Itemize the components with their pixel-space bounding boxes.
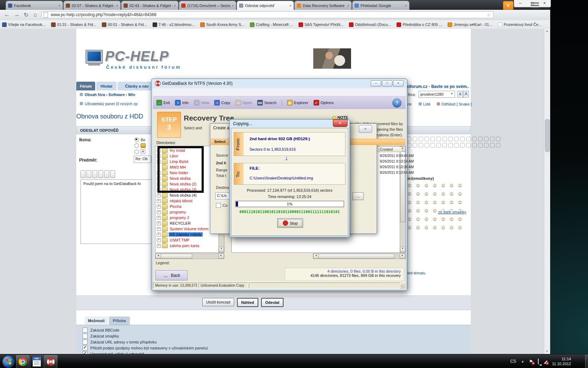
bookmark-item[interactable]: SAS Tajemství Přežit... — [299, 22, 344, 27]
forward-icon[interactable]: → — [14, 12, 20, 18]
address-input[interactable] — [50, 12, 486, 18]
font-size-button[interactable]: A — [457, 91, 463, 98]
post-icon[interactable] — [430, 143, 435, 148]
browser-tab[interactable]: Facebook × — [6, 1, 63, 10]
post-icon[interactable] — [448, 143, 453, 148]
close-button[interactable]: × — [333, 120, 348, 127]
post-icon[interactable] — [490, 143, 495, 148]
smiley-icon[interactable]: ☺ — [457, 199, 463, 205]
toolbar-button[interactable]: oo Search — [257, 100, 276, 105]
file-list-horizontal-scrollbar[interactable]: ◄ ► — [313, 253, 406, 259]
show-desktop-button[interactable] — [585, 354, 588, 368]
toolbar-button[interactable]: → Exit — [156, 100, 170, 105]
bbcode-button[interactable] — [110, 170, 115, 178]
back-icon[interactable]: ← — [4, 12, 10, 18]
smiley-icon[interactable]: ☺ — [424, 191, 429, 197]
smiley-icon[interactable]: ☺ — [424, 199, 429, 205]
bookmark-item[interactable]: Vítejte na Facebook... — [2, 22, 46, 27]
promo-link[interactable]: axiforum.cz - Bavte se po svém.. — [404, 84, 469, 89]
tree-item[interactable]: + zaloha pam karta — [155, 243, 224, 248]
tab-close-icon[interactable]: × — [116, 4, 118, 8]
post-icon[interactable] — [448, 137, 453, 141]
smiley-icon[interactable]: ☺ — [424, 216, 429, 222]
bbcode-button[interactable] — [98, 170, 103, 178]
expand-icon[interactable]: + — [157, 210, 161, 214]
tab-close-icon[interactable]: × — [232, 4, 234, 8]
browser-tab[interactable]: (1716) Doručené – Seznam × — [179, 1, 236, 10]
browser-tab[interactable]: Odeslat odpověď × — [237, 1, 294, 10]
taskbar-clock[interactable]: 11:14 11.10.2012 — [552, 356, 571, 366]
expand-icon[interactable]: + — [157, 199, 161, 203]
bbcode-button[interactable] — [80, 170, 85, 178]
scrollbar-thumb[interactable] — [545, 119, 550, 152]
close-button[interactable]: × — [359, 125, 372, 133]
post-icon[interactable] — [454, 137, 459, 141]
smiley-icon[interactable]: ☺ — [407, 199, 413, 205]
toolbar-button[interactable]: i Info — [175, 100, 188, 105]
bookmark-item[interactable]: 01:31 - Shakes & Fid... — [51, 22, 96, 27]
tab-close-icon[interactable]: × — [405, 4, 407, 8]
bookmark-star-icon[interactable]: ☆ — [486, 12, 491, 18]
smiley-icon[interactable]: ☺ — [415, 191, 421, 197]
smiley-icon[interactable]: ☺ — [440, 224, 446, 230]
smiley-icon[interactable]: ☺ — [432, 216, 438, 222]
browse-button[interactable]: ... — [352, 192, 364, 200]
font-size-button-large[interactable]: A — [463, 91, 469, 98]
bookmark-item[interactable]: Crafting - Minecraft ... — [250, 22, 293, 27]
toolbar-button[interactable]: ○ View — [194, 100, 209, 105]
smiley-icon[interactable]: ☺ — [449, 224, 455, 230]
smiley-icon[interactable]: ☺ — [457, 191, 463, 197]
tree-horizontal-scrollbar[interactable]: ◄ ► — [155, 253, 224, 259]
smiley-icon[interactable]: ☺ — [415, 199, 421, 205]
smiley-icon[interactable]: ☺ — [407, 182, 413, 188]
expand-icon[interactable]: + — [157, 244, 161, 248]
address-bar[interactable]: ☆ — [41, 11, 493, 18]
network-icon[interactable] — [538, 359, 539, 364]
smiley-icon[interactable]: ☺ — [449, 216, 455, 222]
option-row[interactable]: Zakázat URL adresy v tomto příspěvku — [83, 340, 157, 345]
nav-tab-articles[interactable]: Články a náv — [118, 82, 156, 90]
expand-icon[interactable]: + — [157, 216, 161, 220]
volume-muted-icon[interactable]: ◢× — [544, 359, 547, 364]
post-icon[interactable] — [484, 137, 489, 141]
post-icon[interactable] — [436, 137, 441, 141]
smiley-icon[interactable]: ☺ — [407, 207, 413, 213]
checkbox-icon[interactable] — [83, 328, 88, 333]
smiley-icon[interactable]: ☺ — [407, 216, 413, 222]
more-smileys-link[interactable]: zit další smajlíky — [438, 210, 467, 214]
icon-option-none[interactable]: Be — [134, 137, 145, 142]
gallery-link-fragment[interactable]: rie — [407, 102, 412, 106]
browser-tab[interactable]: 02:43 - Shakes & Fidget – T × — [121, 1, 178, 10]
tray-expand-icon[interactable]: ▲ — [521, 360, 524, 363]
browser-tab[interactable]: Data Recovery Software Pr × — [294, 1, 352, 10]
expand-icon[interactable]: + — [157, 227, 161, 231]
bookmarks-overflow-icon[interactable]: » — [472, 22, 475, 27]
bookmark-item[interactable]: Přednáška o CZ 805 ... — [397, 22, 442, 27]
smiley-icon[interactable]: ☺ — [424, 182, 429, 188]
post-icon[interactable] — [478, 137, 483, 141]
post-icon[interactable] — [425, 143, 429, 148]
post-icon[interactable] — [472, 137, 477, 141]
post-icon[interactable] — [442, 137, 447, 141]
smiley-icon[interactable]: ☺ — [457, 182, 463, 188]
smiley-icon[interactable]: ☺ — [415, 224, 421, 230]
post-icon[interactable] — [436, 143, 441, 148]
expand-icon[interactable]: + — [157, 238, 161, 242]
bookmark-item[interactable]: Jmenuju se Earl - 01... — [448, 22, 492, 27]
expand-icon[interactable]: + — [157, 193, 161, 197]
language-indicator[interactable]: CS — [510, 359, 516, 364]
close-button[interactable]: × — [393, 80, 404, 87]
tab-close-icon[interactable]: × — [347, 4, 349, 8]
post-icon[interactable] — [490, 137, 495, 141]
post-icon[interactable] — [466, 137, 471, 141]
post-icon[interactable] — [496, 137, 500, 141]
expand-icon[interactable]: + — [157, 205, 161, 209]
nav-tab-search[interactable]: Hledat — [96, 82, 117, 90]
post-icon[interactable] — [478, 143, 483, 148]
post-icon[interactable] — [466, 143, 471, 148]
tab-options[interactable]: Možnosti — [85, 316, 108, 325]
taskbar-chrome[interactable] — [16, 355, 29, 368]
user-panel-link[interactable]: Uživatelský panel (0 nových zp — [80, 102, 138, 106]
icon-option-2[interactable] — [134, 143, 146, 148]
toolbar-button[interactable]: ▭ Open — [236, 100, 252, 105]
